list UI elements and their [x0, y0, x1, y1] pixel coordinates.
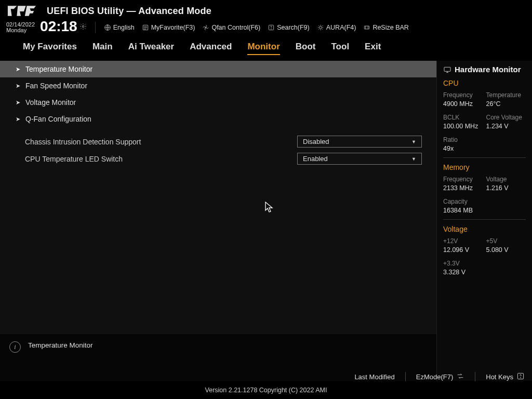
- hw-label: +3.3V: [443, 260, 483, 267]
- ezmode-button[interactable]: EzMode(F7): [416, 373, 465, 381]
- list-icon: [142, 24, 149, 31]
- hw-section-cpu: CPU: [443, 79, 526, 87]
- question-icon: [268, 24, 275, 31]
- chevron-down-icon: ▼: [411, 139, 416, 144]
- chevron-right-icon: ➤: [16, 116, 20, 123]
- hw-label: Core Voltage: [486, 114, 526, 121]
- chevron-right-icon: ➤: [16, 83, 20, 89]
- hw-value-mem-volt: 1.216 V: [486, 184, 526, 192]
- tab-exit[interactable]: Exit: [365, 42, 381, 55]
- setting-label-chassis-intrusion: Chassis Intrusion Detection Support: [25, 138, 297, 146]
- tab-monitor[interactable]: Monitor: [247, 42, 280, 55]
- language-selector[interactable]: English: [104, 24, 135, 31]
- sun-icon: [317, 24, 324, 31]
- hw-label: +5V: [486, 237, 526, 245]
- chevron-right-icon: ➤: [16, 66, 20, 73]
- hw-label: Ratio: [443, 136, 483, 143]
- tab-advanced[interactable]: Advanced: [190, 42, 232, 55]
- day-text: Monday: [6, 28, 35, 33]
- hw-section-memory: Memory: [443, 163, 526, 171]
- menu-temperature-monitor[interactable]: ➤ Temperature Monitor: [0, 61, 436, 77]
- hw-label: +12V: [443, 237, 483, 245]
- hw-section-voltage: Voltage: [443, 225, 526, 233]
- hw-value-bclk: 100.00 MHz: [443, 123, 483, 130]
- hw-value-5v: 5.080 V: [486, 246, 526, 254]
- resizebar-button[interactable]: ReSize BAR: [363, 24, 408, 31]
- svg-marker-1: [17, 6, 25, 16]
- setting-label-cpu-temp-led: CPU Temperature LED Switch: [25, 155, 297, 163]
- svg-point-3: [82, 25, 84, 28]
- monitor-icon: [443, 66, 451, 73]
- menu-fan-speed-monitor[interactable]: ➤ Fan Speed Monitor: [0, 77, 436, 94]
- hw-value-cpu-temp: 26°C: [486, 100, 526, 108]
- myfavorite-button[interactable]: MyFavorite(F3): [142, 24, 195, 31]
- last-modified-button[interactable]: Last Modified: [354, 373, 394, 381]
- hw-value-12v: 12.096 V: [443, 246, 483, 254]
- hw-label: Temperature: [486, 91, 526, 99]
- svg-point-13: [521, 377, 521, 378]
- tab-bar: My Favorites Main Ai Tweaker Advanced Mo…: [0, 37, 532, 61]
- hw-value-vcore: 1.234 V: [486, 123, 526, 130]
- dropdown-chassis-intrusion[interactable]: Disabled ▼: [297, 136, 422, 148]
- chevron-down-icon: ▼: [411, 156, 416, 162]
- tab-main[interactable]: Main: [92, 42, 113, 55]
- info-icon: i: [9, 341, 21, 353]
- clock-time: 02:18: [40, 18, 77, 35]
- chevron-right-icon: ➤: [16, 99, 20, 106]
- hardware-monitor-panel: Hardware Monitor CPU Frequency Temperatu…: [436, 61, 532, 381]
- tab-boot[interactable]: Boot: [296, 42, 316, 55]
- app-title: UEFI BIOS Utility — Advanced Mode: [47, 6, 211, 17]
- svg-rect-11: [444, 67, 450, 71]
- hw-value-mem-freq: 2133 MHz: [443, 184, 483, 192]
- fan-icon: [202, 24, 209, 31]
- hw-value-mem-cap: 16384 MB: [443, 207, 483, 214]
- hotkeys-button[interactable]: Hot Keys: [486, 373, 525, 381]
- question-icon: [516, 373, 525, 381]
- tab-my-favorites[interactable]: My Favorites: [23, 42, 77, 55]
- hw-label: Frequency: [443, 91, 483, 99]
- svg-point-8: [271, 29, 272, 29]
- qfan-button[interactable]: Qfan Control(F6): [202, 24, 260, 31]
- tab-tool[interactable]: Tool: [331, 42, 349, 55]
- svg-marker-0: [8, 6, 17, 16]
- switch-icon: [456, 373, 464, 381]
- hardware-monitor-title: Hardware Monitor: [443, 65, 526, 74]
- svg-rect-10: [365, 26, 369, 29]
- hw-label: BCLK: [443, 114, 483, 121]
- hw-value-ratio: 49x: [443, 145, 483, 152]
- copyright-text: Version 2.21.1278 Copyright (C) 2022 AMI: [0, 387, 532, 394]
- tuf-logo: [5, 3, 38, 19]
- hw-label: Voltage: [486, 176, 526, 183]
- gear-icon[interactable]: [79, 23, 87, 32]
- hw-value-cpu-freq: 4900 MHz: [443, 100, 483, 108]
- hw-label: Frequency: [443, 176, 483, 183]
- aura-button[interactable]: AURA(F4): [317, 24, 356, 31]
- search-button[interactable]: Search(F9): [268, 24, 310, 31]
- help-text: Temperature Monitor: [28, 341, 93, 349]
- hw-value-3v3: 3.328 V: [443, 269, 483, 276]
- globe-icon: [104, 24, 111, 31]
- svg-point-9: [319, 26, 322, 29]
- hw-label: Capacity: [443, 198, 483, 205]
- dropdown-cpu-temp-led[interactable]: Enabled ▼: [297, 153, 422, 165]
- svg-marker-2: [25, 6, 36, 16]
- resize-icon: [363, 24, 370, 31]
- menu-voltage-monitor[interactable]: ➤ Voltage Monitor: [0, 94, 436, 111]
- menu-qfan-configuration[interactable]: ➤ Q-Fan Configuration: [0, 111, 436, 127]
- tab-ai-tweaker[interactable]: Ai Tweaker: [128, 42, 175, 55]
